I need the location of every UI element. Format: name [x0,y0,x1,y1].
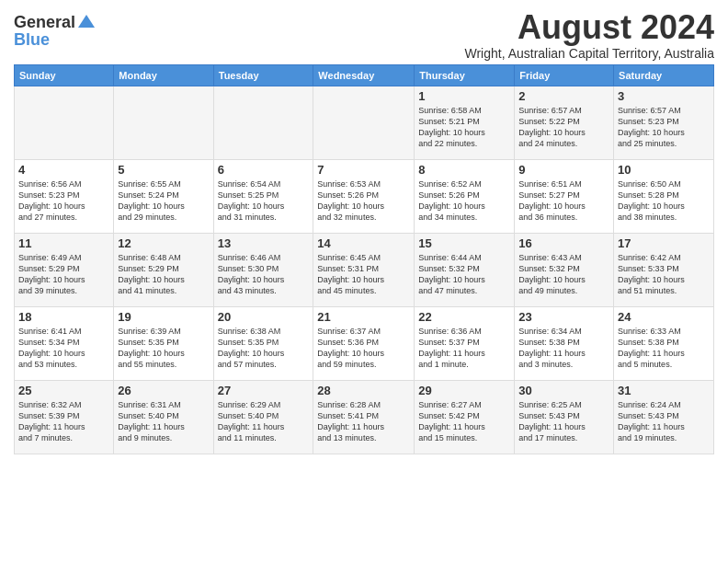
title-section: August 2024 Wright, Australian Capital T… [464,9,714,61]
table-row: 25Sunrise: 6:32 AMSunset: 5:39 PMDayligh… [15,380,114,454]
day-info: Sunrise: 6:56 AMSunset: 5:23 PMDaylight:… [18,179,85,222]
day-number: 1 [418,89,510,103]
day-number: 30 [518,384,609,397]
table-row: 2Sunrise: 6:57 AMSunset: 5:22 PMDaylight… [515,86,614,159]
svg-marker-0 [78,15,95,28]
day-number: 14 [317,236,410,250]
day-info: Sunrise: 6:32 AMSunset: 5:39 PMDaylight:… [18,400,85,442]
day-number: 9 [518,163,609,177]
day-info: Sunrise: 6:31 AMSunset: 5:40 PMDaylight:… [118,400,185,442]
calendar-week-row: 18Sunrise: 6:41 AMSunset: 5:34 PMDayligh… [15,306,714,380]
calendar-week-row: 4Sunrise: 6:56 AMSunset: 5:23 PMDaylight… [15,159,714,233]
day-info: Sunrise: 6:51 AMSunset: 5:27 PMDaylight:… [518,179,586,222]
table-row: 22Sunrise: 6:36 AMSunset: 5:37 PMDayligh… [415,306,515,380]
day-info: Sunrise: 6:33 AMSunset: 5:38 PMDaylight:… [618,327,685,369]
table-row: 4Sunrise: 6:56 AMSunset: 5:23 PMDaylight… [15,159,114,233]
col-saturday: Saturday [614,64,714,86]
table-row: 10Sunrise: 6:50 AMSunset: 5:28 PMDayligh… [614,159,714,233]
table-row: 17Sunrise: 6:42 AMSunset: 5:33 PMDayligh… [614,233,714,306]
table-row: 7Sunrise: 6:53 AMSunset: 5:26 PMDaylight… [313,159,415,233]
logo-icon [76,11,97,31]
day-number: 17 [618,236,710,250]
table-row: 31Sunrise: 6:24 AMSunset: 5:43 PMDayligh… [614,380,714,454]
day-number: 3 [618,89,710,103]
day-number: 16 [518,236,609,250]
table-row [213,86,313,159]
day-number: 13 [218,236,310,250]
table-row: 13Sunrise: 6:46 AMSunset: 5:30 PMDayligh… [213,233,313,306]
day-number: 11 [18,236,109,250]
day-info: Sunrise: 6:57 AMSunset: 5:23 PMDaylight:… [618,106,685,148]
day-info: Sunrise: 6:46 AMSunset: 5:30 PMDaylight:… [218,253,285,295]
table-row: 11Sunrise: 6:49 AMSunset: 5:29 PMDayligh… [15,233,114,306]
table-row: 20Sunrise: 6:38 AMSunset: 5:35 PMDayligh… [213,306,313,380]
calendar-week-row: 25Sunrise: 6:32 AMSunset: 5:39 PMDayligh… [15,380,714,454]
day-number: 5 [118,163,209,177]
col-thursday: Thursday [415,64,515,86]
day-info: Sunrise: 6:41 AMSunset: 5:34 PMDaylight:… [18,327,85,369]
day-number: 27 [218,384,310,397]
table-row: 18Sunrise: 6:41 AMSunset: 5:34 PMDayligh… [15,306,114,380]
col-sunday: Sunday [15,64,114,86]
logo-blue-text: Blue [14,31,50,48]
day-info: Sunrise: 6:24 AMSunset: 5:43 PMDaylight:… [618,400,685,442]
logo: General Blue [14,9,97,48]
logo-general-text: General [14,14,75,30]
table-row [15,86,114,159]
table-row: 3Sunrise: 6:57 AMSunset: 5:23 PMDaylight… [614,86,714,159]
day-info: Sunrise: 6:53 AMSunset: 5:26 PMDaylight:… [317,179,384,222]
table-row: 9Sunrise: 6:51 AMSunset: 5:27 PMDaylight… [515,159,614,233]
day-number: 20 [218,310,310,324]
day-number: 2 [518,89,609,103]
day-info: Sunrise: 6:38 AMSunset: 5:35 PMDaylight:… [218,327,285,369]
day-number: 4 [18,163,109,177]
day-number: 6 [218,163,310,177]
day-number: 8 [418,163,510,177]
day-info: Sunrise: 6:55 AMSunset: 5:24 PMDaylight:… [118,179,185,222]
day-number: 7 [317,163,410,177]
day-number: 21 [317,310,410,324]
day-info: Sunrise: 6:39 AMSunset: 5:35 PMDaylight:… [118,327,185,369]
day-info: Sunrise: 6:49 AMSunset: 5:29 PMDaylight:… [18,253,85,295]
day-info: Sunrise: 6:43 AMSunset: 5:32 PMDaylight:… [518,253,586,295]
table-row: 21Sunrise: 6:37 AMSunset: 5:36 PMDayligh… [313,306,415,380]
calendar-header-row: Sunday Monday Tuesday Wednesday Thursday… [15,64,714,86]
day-number: 19 [118,310,209,324]
calendar-week-row: 1Sunrise: 6:58 AMSunset: 5:21 PMDaylight… [15,86,714,159]
table-row: 30Sunrise: 6:25 AMSunset: 5:43 PMDayligh… [515,380,614,454]
table-row: 26Sunrise: 6:31 AMSunset: 5:40 PMDayligh… [114,380,213,454]
col-friday: Friday [515,64,614,86]
day-info: Sunrise: 6:50 AMSunset: 5:28 PMDaylight:… [618,179,685,222]
header: General Blue August 2024 Wright, Austral… [14,9,714,61]
day-number: 31 [618,384,710,397]
table-row: 15Sunrise: 6:44 AMSunset: 5:32 PMDayligh… [415,233,515,306]
day-info: Sunrise: 6:44 AMSunset: 5:32 PMDaylight:… [418,253,485,295]
location-subtitle: Wright, Australian Capital Territory, Au… [464,46,714,61]
day-info: Sunrise: 6:57 AMSunset: 5:22 PMDaylight:… [518,106,586,148]
day-number: 24 [618,310,710,324]
day-number: 22 [418,310,510,324]
day-number: 12 [118,236,209,250]
table-row: 12Sunrise: 6:48 AMSunset: 5:29 PMDayligh… [114,233,213,306]
table-row: 19Sunrise: 6:39 AMSunset: 5:35 PMDayligh… [114,306,213,380]
table-row: 14Sunrise: 6:45 AMSunset: 5:31 PMDayligh… [313,233,415,306]
table-row: 8Sunrise: 6:52 AMSunset: 5:26 PMDaylight… [415,159,515,233]
calendar-table: Sunday Monday Tuesday Wednesday Thursday… [14,64,714,454]
table-row: 28Sunrise: 6:28 AMSunset: 5:41 PMDayligh… [313,380,415,454]
day-info: Sunrise: 6:28 AMSunset: 5:41 PMDaylight:… [317,400,384,442]
table-row: 5Sunrise: 6:55 AMSunset: 5:24 PMDaylight… [114,159,213,233]
day-number: 28 [317,384,410,397]
table-row [114,86,213,159]
table-row: 6Sunrise: 6:54 AMSunset: 5:25 PMDaylight… [213,159,313,233]
table-row [313,86,415,159]
table-row: 16Sunrise: 6:43 AMSunset: 5:32 PMDayligh… [515,233,614,306]
day-info: Sunrise: 6:27 AMSunset: 5:42 PMDaylight:… [418,400,485,442]
day-number: 10 [618,163,710,177]
table-row: 1Sunrise: 6:58 AMSunset: 5:21 PMDaylight… [415,86,515,159]
table-row: 24Sunrise: 6:33 AMSunset: 5:38 PMDayligh… [614,306,714,380]
day-info: Sunrise: 6:37 AMSunset: 5:36 PMDaylight:… [317,327,384,369]
col-wednesday: Wednesday [313,64,415,86]
day-number: 18 [18,310,109,324]
month-year-title: August 2024 [464,9,714,46]
table-row: 29Sunrise: 6:27 AMSunset: 5:42 PMDayligh… [415,380,515,454]
